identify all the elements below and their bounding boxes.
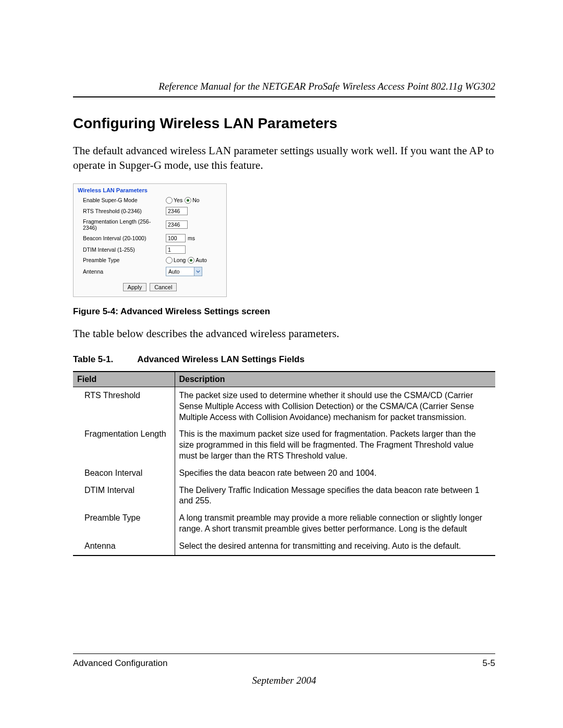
wireless-lan-panel: Wireless LAN Parameters Enable Super-G M… (73, 183, 227, 297)
section-heading: Configuring Wireless LAN Parameters (73, 115, 495, 132)
table-row: Beacon Interval Specifies the data beaco… (73, 465, 495, 482)
row-rts: RTS Threshold (0-2346) (78, 205, 222, 217)
super-g-no-radio[interactable]: No (185, 197, 199, 204)
page-footer: Advanced Configuration 5-5 September 200… (73, 653, 495, 686)
preamble-auto-radio[interactable]: Auto (188, 257, 207, 264)
table-intro: The table below describes the advanced w… (73, 326, 495, 341)
th-field: Field (73, 372, 175, 387)
table-row: RTS Threshold The packet size used to de… (73, 387, 495, 426)
cell-desc: A long transmit preamble may provide a m… (175, 510, 495, 538)
intro-paragraph: The default advanced wireless LAN parame… (73, 143, 495, 173)
row-beacon: Beacon Interval (20-1000) ms (78, 232, 222, 244)
table-row: Antenna Select the desired antenna for t… (73, 538, 495, 556)
antenna-select[interactable]: Auto (166, 267, 202, 276)
radio-icon (166, 197, 173, 204)
super-g-yes-radio[interactable]: Yes (166, 197, 182, 204)
cell-field: Fragmentation Length (73, 426, 175, 464)
radio-label: No (192, 197, 199, 203)
radio-icon (188, 257, 194, 264)
cell-desc: This is the maximum packet size used for… (175, 426, 495, 464)
table-row: DTIM Interval The Delivery Traffic Indic… (73, 482, 495, 510)
panel-buttons: Apply Cancel (78, 283, 222, 291)
row-super-g: Enable Super-G Mode Yes No (78, 195, 222, 205)
cell-field: RTS Threshold (73, 387, 175, 426)
cancel-button[interactable]: Cancel (150, 283, 177, 291)
row-frag: Fragmentation Length (256-2346) (78, 217, 222, 232)
row-preamble: Preamble Type Long Auto (78, 255, 222, 265)
row-dtim: DTIM Interval (1-255) (78, 244, 222, 255)
cell-desc: The Delivery Traffic Indication Message … (175, 482, 495, 510)
cell-field: Antenna (73, 538, 175, 556)
antenna-value: Auto (166, 268, 194, 275)
th-description: Description (175, 372, 495, 387)
figure-caption: Figure 5-4: Advanced Wireless Settings s… (73, 306, 495, 317)
preamble-long-radio[interactable]: Long (166, 257, 186, 264)
table-header-row: Field Description (73, 372, 495, 387)
cell-desc: Specifies the data beacon rate between 2… (175, 465, 495, 482)
dtim-input[interactable] (166, 245, 186, 254)
dtim-label: DTIM Interval (1-255) (83, 246, 164, 253)
radio-label: Long (174, 257, 186, 263)
running-header: Reference Manual for the NETGEAR ProSafe… (73, 81, 495, 97)
table-number: Table 5-1. (73, 354, 113, 365)
footer-rule (73, 653, 495, 654)
table-row: Fragmentation Length This is the maximum… (73, 426, 495, 464)
beacon-unit: ms (188, 235, 195, 241)
table-caption: Table 5-1. Advanced Wireless LAN Setting… (73, 354, 495, 365)
footer-date: September 2004 (73, 675, 495, 686)
radio-icon (166, 257, 173, 264)
page: Reference Manual for the NETGEAR ProSafe… (0, 0, 563, 728)
rts-input[interactable] (166, 207, 188, 215)
row-antenna: Antenna Auto (78, 265, 222, 278)
settings-table: Field Description RTS Threshold The pack… (73, 371, 495, 556)
radio-label: Yes (174, 197, 182, 203)
footer-section: Advanced Configuration (73, 658, 167, 669)
table-title: Advanced Wireless LAN Settings Fields (137, 354, 304, 365)
beacon-label: Beacon Interval (20-1000) (83, 235, 164, 241)
preamble-label: Preamble Type (83, 257, 164, 263)
rts-label: RTS Threshold (0-2346) (83, 208, 164, 214)
frag-label: Fragmentation Length (256-2346) (83, 218, 164, 231)
panel-title: Wireless LAN Parameters (78, 187, 222, 193)
chevron-down-icon (194, 267, 202, 276)
cell-desc: The packet size used to determine whethe… (175, 387, 495, 426)
cell-field: DTIM Interval (73, 482, 175, 510)
footer-page: 5-5 (482, 658, 495, 669)
apply-button[interactable]: Apply (123, 283, 147, 291)
cell-field: Preamble Type (73, 510, 175, 538)
cell-field: Beacon Interval (73, 465, 175, 482)
cell-desc: Select the desired antenna for transmitt… (175, 538, 495, 556)
beacon-input[interactable] (166, 234, 186, 242)
frag-input[interactable] (166, 220, 188, 229)
radio-icon (185, 197, 191, 204)
radio-label: Auto (195, 257, 207, 263)
table-row: Preamble Type A long transmit preamble m… (73, 510, 495, 538)
super-g-label: Enable Super-G Mode (83, 197, 164, 203)
antenna-label: Antenna (83, 268, 164, 275)
